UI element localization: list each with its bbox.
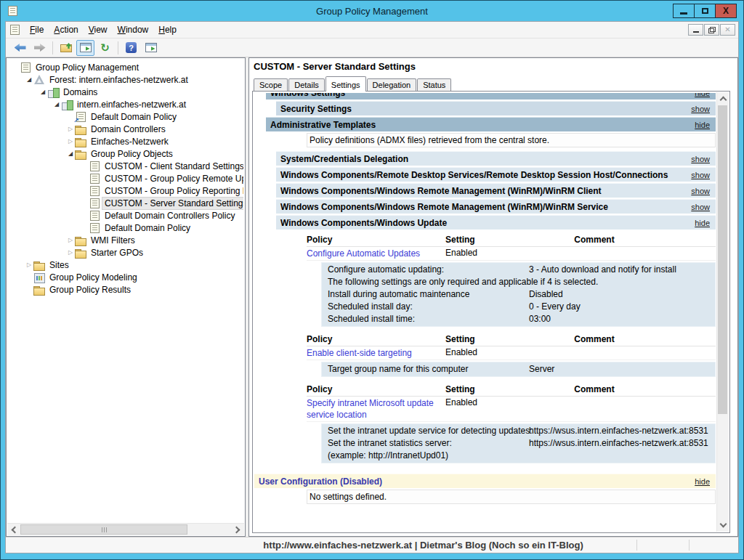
client-area: FileActionViewWindowHelp ✕ ↻? Group Poli… xyxy=(5,21,739,553)
detail-label: (example: http://IntranetUpd01) xyxy=(328,450,529,462)
show-window-button[interactable] xyxy=(142,40,160,56)
window-controls: X xyxy=(674,4,737,18)
scroll-up-button[interactable] xyxy=(717,92,729,105)
help-button[interactable]: ? xyxy=(122,40,140,56)
detail-value: 0 - Every day xyxy=(529,301,715,313)
overlay-filter-icon: ▼ xyxy=(81,240,86,246)
menu-view[interactable]: View xyxy=(84,23,113,36)
expander-open[interactable]: ◢ xyxy=(52,98,61,110)
tab-status[interactable]: Status xyxy=(417,78,451,91)
tree-item[interactable]: Group Policy Management xyxy=(8,61,243,73)
show-window-icon xyxy=(145,43,157,52)
tree-item[interactable]: ◢intern.einfaches-netzwerk.at xyxy=(8,98,243,110)
maximize-button[interactable] xyxy=(694,4,716,18)
tab-settings[interactable]: Settings xyxy=(326,76,366,92)
details-pane: CUSTOM - Server Standard Settings ScopeD… xyxy=(248,57,738,537)
export-list-button[interactable] xyxy=(57,40,75,56)
expander-closed[interactable]: ▷ xyxy=(25,259,33,271)
tree-item[interactable]: ▷▼WMI Filters xyxy=(8,234,243,246)
expander-closed[interactable]: ▷ xyxy=(66,123,75,135)
hide-link[interactable]: hide xyxy=(695,477,710,486)
tree-item[interactable]: CUSTOM - Group Policy Reporting Firewall xyxy=(8,184,243,197)
menu-action[interactable]: Action xyxy=(49,23,83,36)
show-link[interactable]: show xyxy=(691,203,710,211)
scroll-right-button[interactable] xyxy=(232,524,244,535)
expander-open[interactable]: ◢ xyxy=(66,147,75,160)
tab-details[interactable]: Details xyxy=(288,78,325,91)
close-icon: X xyxy=(723,7,729,15)
expander-open[interactable]: ◢ xyxy=(25,73,33,86)
detail-value: 03:00 xyxy=(529,313,715,325)
show-link[interactable]: show xyxy=(691,105,710,113)
hide-link[interactable]: hide xyxy=(695,219,710,227)
scroll-down-button[interactable] xyxy=(717,519,729,532)
tree-item[interactable]: ▷Starter GPOs xyxy=(8,246,243,259)
mdi-minimize-button[interactable] xyxy=(688,24,703,36)
vertical-scroll-thumb[interactable] xyxy=(718,105,727,414)
tab-scope[interactable]: Scope xyxy=(254,78,288,91)
close-button[interactable]: X xyxy=(715,4,737,18)
policy-category-banner: Windows Components/Remote Desktop Servic… xyxy=(276,167,716,182)
expander-open[interactable]: ◢ xyxy=(39,86,47,98)
status-pane-separator xyxy=(689,540,690,551)
policy-setting-value: Enabled xyxy=(445,347,716,357)
tree-item[interactable]: ◢Forest: intern.einfaches-netzwerk.at xyxy=(8,73,243,86)
expander-closed[interactable]: ▷ xyxy=(66,234,75,246)
tree-item-label: CUSTOM - Group Policy Reporting Firewall xyxy=(102,185,243,197)
tree-item[interactable]: ✓Group Policy Results xyxy=(8,283,243,296)
tree-item[interactable]: ▷Sites xyxy=(8,259,243,271)
expander-closed[interactable]: ▷ xyxy=(66,135,75,147)
show-link[interactable]: show xyxy=(691,187,710,195)
mdi-close-button[interactable]: ✕ xyxy=(720,24,735,36)
report-vertical-scrollbar[interactable] xyxy=(716,92,729,532)
tree-item[interactable]: CUSTOM - Group Policy Remote Update Fi xyxy=(8,172,243,184)
policy-link[interactable]: Configure Automatic Updates xyxy=(307,248,445,259)
gpo-icon xyxy=(89,161,100,171)
detail-label: Scheduled install time: xyxy=(328,313,529,325)
mdi-restore-button[interactable] xyxy=(704,24,719,36)
tree-item[interactable]: ↗Default Domain Policy xyxy=(8,110,243,123)
policy-link[interactable]: Specify intranet Microsoft update servic… xyxy=(307,397,445,421)
scroll-left-button[interactable] xyxy=(7,524,20,535)
minimize-button[interactable] xyxy=(673,4,695,18)
tree-item[interactable]: CUSTOM - Client Standard Settings xyxy=(8,160,243,172)
horizontal-scroll-thumb[interactable] xyxy=(20,524,187,535)
tree-item[interactable]: ▷Einfaches-Netzwerk xyxy=(8,135,243,147)
policy-link[interactable]: Enable client-side targeting xyxy=(307,347,445,359)
policy-row: Specify intranet Microsoft update servic… xyxy=(307,397,716,422)
policy-category-label: Windows Components/Windows Remote Manage… xyxy=(280,202,608,212)
detail-label: The following settings are only required… xyxy=(328,276,529,288)
mdi-window-controls: ✕ xyxy=(687,24,735,36)
tab-delegation[interactable]: Delegation xyxy=(367,78,417,91)
menu-file[interactable]: File xyxy=(25,23,49,36)
tree-horizontal-scrollbar[interactable] xyxy=(7,523,244,535)
tree-item[interactable]: ◢Group Policy Objects xyxy=(8,147,243,160)
menu-window[interactable]: Window xyxy=(113,23,154,36)
console-icon xyxy=(9,25,20,35)
policy-category-banner: Windows Components/Windows Remote Manage… xyxy=(276,183,716,198)
menu-help[interactable]: Help xyxy=(153,23,182,36)
refresh-button[interactable]: ↻ xyxy=(96,40,114,56)
console-window-button[interactable] xyxy=(76,40,94,56)
report-note: No settings defined. xyxy=(307,490,716,504)
policy-category-banner: Windows Components/Windows Remote Manage… xyxy=(276,199,716,214)
hide-link[interactable]: hide xyxy=(695,93,710,97)
maximize-icon xyxy=(702,8,708,14)
tree-item-label: Domains xyxy=(61,86,100,98)
overlay-grid-icon xyxy=(41,266,44,269)
hide-link[interactable]: hide xyxy=(695,121,710,129)
detail-value xyxy=(529,450,715,462)
tree-item-label: Default Domain Policy xyxy=(89,111,179,123)
tree-item[interactable]: Group Policy Modeling xyxy=(8,271,243,283)
status-pane-separator xyxy=(636,540,637,551)
tree-item[interactable]: ▷Domain Controllers xyxy=(8,123,243,135)
tree-item[interactable]: Default Domain Policy xyxy=(8,222,243,234)
tree-item[interactable]: Default Domain Controllers Policy xyxy=(8,209,243,222)
back-button[interactable] xyxy=(11,40,29,56)
forward-button[interactable] xyxy=(31,40,49,56)
expander-closed[interactable]: ▷ xyxy=(66,246,75,259)
show-link[interactable]: show xyxy=(691,155,710,163)
tree-item[interactable]: CUSTOM - Server Standard Settings xyxy=(8,197,243,209)
tree-item[interactable]: ◢Domains xyxy=(8,86,243,98)
show-link[interactable]: show xyxy=(691,171,710,179)
